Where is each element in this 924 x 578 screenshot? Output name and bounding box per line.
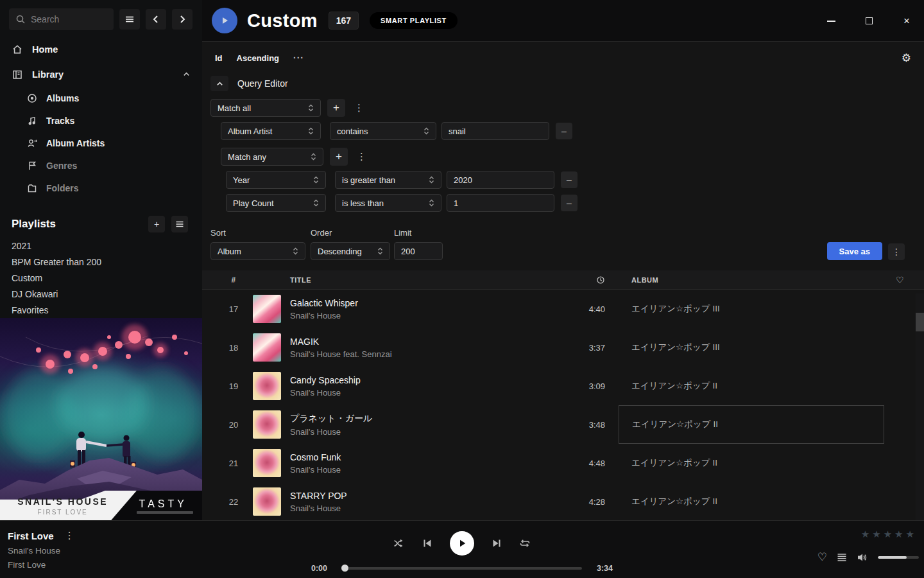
playlist-item[interactable]: DJ Okawari xyxy=(12,286,202,302)
sidebar-item-albums[interactable]: Albums xyxy=(0,87,202,109)
playlist-item[interactable]: 2021 xyxy=(12,238,202,254)
window-close-button[interactable]: × xyxy=(897,12,916,31)
column-album[interactable]: ALBUM xyxy=(631,276,896,284)
remove-rule-button[interactable]: – xyxy=(556,123,572,139)
sort-field-button[interactable]: Id xyxy=(215,53,223,63)
track-album[interactable]: エイリアン☆ポップ II xyxy=(619,405,884,444)
column-number[interactable]: # xyxy=(218,276,249,285)
playlist-item[interactable]: BPM Greater than 200 xyxy=(12,254,202,270)
more-options-button[interactable]: ··· xyxy=(293,53,304,63)
rule-operator-select[interactable]: is greater than xyxy=(335,171,441,189)
sidebar-item-album-artists[interactable]: Album Artists xyxy=(0,132,202,154)
track-album[interactable]: エイリアン☆ポップ II xyxy=(631,482,896,517)
next-track-button[interactable] xyxy=(492,538,502,548)
album-art-banner: SNAIL'S HOUSE FIRST LOVE TASTY xyxy=(0,491,202,520)
sidebar-item-home[interactable]: Home xyxy=(0,37,202,62)
volume-icon[interactable] xyxy=(857,552,868,563)
scrollbar-thumb[interactable] xyxy=(916,313,924,331)
table-row[interactable]: 17 Galactic Whisper Snail's House 4:40 エ… xyxy=(202,290,924,328)
now-playing-title[interactable]: First Love xyxy=(8,530,54,541)
add-playlist-button[interactable]: + xyxy=(148,216,165,232)
select-updown-icon xyxy=(376,246,384,256)
track-list: 17 Galactic Whisper Snail's House 4:40 エ… xyxy=(202,290,924,517)
play-button[interactable] xyxy=(450,531,474,556)
save-as-button[interactable]: Save as xyxy=(827,242,882,260)
sidebar-item-tracks[interactable]: Tracks xyxy=(0,109,202,132)
plus-icon: + xyxy=(336,150,342,163)
star-icon[interactable]: ★ xyxy=(861,529,869,540)
order-select[interactable]: Descending xyxy=(311,242,390,260)
queue-button[interactable] xyxy=(837,552,847,563)
match-type-select[interactable]: Match any xyxy=(221,148,323,166)
table-row[interactable]: 21 Cosmo Funk Snail's House 4:48 エイリアン☆ポ… xyxy=(202,444,924,482)
track-album[interactable]: エイリアン☆ポップ II xyxy=(631,444,896,482)
star-icon[interactable]: ★ xyxy=(906,529,914,540)
track-list-scrollbar[interactable] xyxy=(916,293,924,520)
sort-direction-button[interactable]: Ascending xyxy=(237,53,279,63)
rule-value-input[interactable] xyxy=(447,171,554,189)
group-menu-button[interactable]: ⋮ xyxy=(354,151,369,162)
nav-back-button[interactable] xyxy=(146,9,166,30)
repeat-button[interactable] xyxy=(519,538,531,548)
window-minimize-button[interactable] xyxy=(821,12,841,31)
seek-handle[interactable] xyxy=(341,565,348,572)
search-input[interactable] xyxy=(31,14,101,24)
rule-operator-select[interactable]: contains xyxy=(330,122,436,140)
seek-bar[interactable] xyxy=(342,567,582,570)
column-title[interactable]: TITLE xyxy=(285,276,562,284)
group-menu-button[interactable]: ⋮ xyxy=(352,102,366,114)
table-row[interactable]: 20 プラネット・ガール Snail's House 3:48 エイリアン☆ポッ… xyxy=(202,405,924,444)
playlist-item[interactable]: Custom xyxy=(12,270,202,286)
now-playing-album[interactable]: First Love xyxy=(8,560,77,570)
gear-icon[interactable]: ⚙ xyxy=(902,51,911,65)
nav-forward-button[interactable] xyxy=(172,9,193,30)
window-maximize-button[interactable] xyxy=(859,12,878,31)
rule-value-input[interactable] xyxy=(447,194,554,212)
remove-rule-button[interactable]: – xyxy=(561,171,578,188)
sidebar-item-folders[interactable]: Folders xyxy=(0,177,202,199)
table-row[interactable]: 18 MAGIK Snail's House feat. Sennzai 3:3… xyxy=(202,328,924,367)
sidebar-item-library[interactable]: Library xyxy=(0,62,202,87)
playlist-item[interactable]: Favorites xyxy=(12,302,202,318)
table-row[interactable]: 19 Candy Spaceship Snail's House 3:09 エイ… xyxy=(202,367,924,405)
now-playing-artist[interactable]: Snail's House xyxy=(8,546,77,556)
menu-button[interactable] xyxy=(119,9,140,30)
match-type-select[interactable]: Match all xyxy=(210,99,321,117)
art-artist-name: SNAIL'S HOUSE xyxy=(0,496,125,507)
track-album[interactable]: エイリアン☆ポップ III xyxy=(631,290,896,328)
playlist-list-button[interactable] xyxy=(171,216,188,232)
rule-field-select[interactable]: Year xyxy=(226,171,326,189)
now-playing-menu-button[interactable]: ⋮ xyxy=(62,530,77,541)
save-menu-button[interactable]: ⋮ xyxy=(888,243,905,260)
star-icon[interactable]: ★ xyxy=(884,529,892,540)
search-box[interactable] xyxy=(9,8,114,30)
star-icon[interactable]: ★ xyxy=(894,529,903,540)
hamburger-icon xyxy=(124,14,135,24)
track-album[interactable]: エイリアン☆ポップ II xyxy=(631,367,896,405)
rule-field-select[interactable]: Album Artist xyxy=(221,122,321,140)
volume-slider[interactable] xyxy=(878,556,919,559)
sidebar-item-label: Albums xyxy=(46,93,79,103)
table-row[interactable]: 22 STARRY POP Snail's House 4:28 エイリアン☆ポ… xyxy=(202,482,924,517)
query-editor-title: Query Editor xyxy=(237,78,288,89)
sidebar-item-genres[interactable]: Genres xyxy=(0,154,202,177)
minus-icon: – xyxy=(567,198,572,208)
duration-column-clock-icon[interactable] xyxy=(562,276,610,285)
track-album[interactable]: エイリアン☆ポップ III xyxy=(631,328,896,367)
rule-operator-select[interactable]: is less than xyxy=(335,194,441,212)
add-rule-button[interactable]: + xyxy=(330,148,348,166)
collapse-query-editor-button[interactable] xyxy=(210,76,228,91)
remove-rule-button[interactable]: – xyxy=(561,195,578,211)
sort-select[interactable]: Album xyxy=(210,242,305,260)
chevron-up-icon[interactable] xyxy=(182,70,191,78)
rule-field-select[interactable]: Play Count xyxy=(226,194,326,212)
limit-input[interactable] xyxy=(394,242,443,260)
play-playlist-button[interactable] xyxy=(212,8,237,33)
add-rule-button[interactable]: + xyxy=(327,99,345,117)
rule-value-input[interactable] xyxy=(441,122,549,140)
shuffle-button[interactable] xyxy=(393,538,405,548)
favorite-column-heart-icon[interactable]: ♡ xyxy=(896,275,924,285)
star-icon[interactable]: ★ xyxy=(872,529,880,540)
favorite-button[interactable]: ♡ xyxy=(817,550,827,564)
previous-track-button[interactable] xyxy=(422,538,432,548)
